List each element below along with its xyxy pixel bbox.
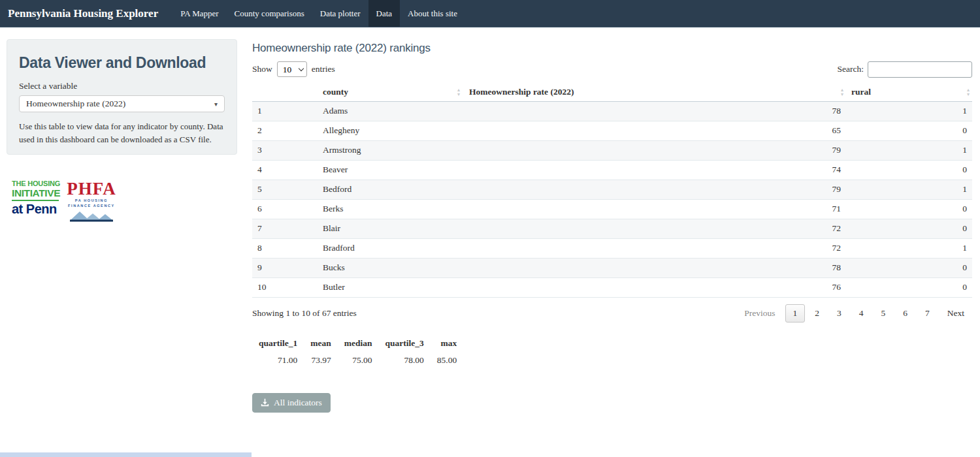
housing-initiative-logo: THE HOUSING INITIATIVE at Penn [12,180,60,215]
pagination: Previous 1234567 Next [734,304,972,323]
horizontal-scrollbar-thumb[interactable] [0,452,252,457]
nav-item-about-this-site[interactable]: About this site [400,0,465,27]
table-row: 6Berks710 [252,199,972,219]
cell-rank: 8 [252,238,318,258]
cell-rate: 78 [464,101,846,121]
sidebar-panel: Data Viewer and Download Select a variab… [7,39,237,155]
cell-county: Armstrong [318,140,464,160]
next-button[interactable]: Next [939,304,972,323]
cell-rank: 9 [252,258,318,277]
summary-header: quartile_3 [379,336,431,351]
summary-header: quartile_1 [252,336,304,351]
summary-header: mean [304,336,338,351]
table-row: 1Adams781 [252,101,972,121]
all-indicators-label: All indicators [274,398,322,408]
show-label: Show [252,64,272,74]
cell-rural: 0 [846,258,972,277]
cell-rank: 2 [252,121,318,140]
search-label: Search: [838,64,864,74]
county-column-header[interactable]: county ▴▾ [318,83,464,101]
thi-line3: at Penn [12,202,60,215]
cell-county: Beaver [318,160,464,180]
table-footer: Showing 1 to 10 of 67 entries Previous 1… [252,304,972,323]
cell-rank: 4 [252,160,318,180]
cell-county: Bradford [318,238,464,258]
phfa-acronym: PHFA [67,180,116,198]
cell-rural: 0 [846,160,972,180]
page-button-4[interactable]: 4 [851,304,872,323]
entries-select[interactable]: 10 [277,61,307,77]
cell-county: Bedford [318,180,464,199]
cell-rural: 1 [846,238,972,258]
table-row: 5Bedford791 [252,180,972,199]
app-title: Pennsylvania Housing Explorer [0,0,166,27]
cell-rate: 74 [464,160,846,180]
page-button-3[interactable]: 3 [829,304,849,323]
sort-icon: ▴▾ [967,87,970,97]
cell-rate: 76 [464,277,846,297]
table-row: 8Bradford721 [252,238,972,258]
table-row: 4Beaver740 [252,160,972,180]
cell-rank: 1 [252,101,318,121]
variable-select[interactable]: Homeownership rate (2022) ▾ [19,95,225,112]
cell-rate: 79 [464,140,846,160]
cell-rank: 3 [252,140,318,160]
summary-header: median [338,336,379,351]
page-button-6[interactable]: 6 [895,304,915,323]
main-content: Homeownership rate (2022) rankings Show … [252,39,972,413]
page-button-1[interactable]: 1 [785,304,806,323]
cell-rank: 7 [252,219,318,238]
cell-rural: 0 [846,121,972,140]
cell-rate: 65 [464,121,846,140]
variable-select-value: Homeownership rate (2022) [26,99,125,109]
cell-rank: 6 [252,199,318,219]
phfa-logo: PHFA PA HOUSING FINANCE AGENCY [67,180,116,224]
variable-select-label: Select a variable [19,81,225,91]
table-info: Showing 1 to 10 of 67 entries [252,308,357,319]
summary-header: max [431,336,463,351]
cell-county: Butler [318,277,464,297]
cell-rural: 0 [846,219,972,238]
cell-rate: 72 [464,238,846,258]
table-row: 7Blair720 [252,219,972,238]
search-control: Search: [838,61,972,78]
rate-column-header[interactable]: Homeownership rate (2022) ▴▾ [464,83,846,101]
previous-button[interactable]: Previous [736,304,783,323]
cell-county: Blair [318,219,464,238]
summary-value: 78.00 [379,351,431,370]
cell-rate: 79 [464,180,846,199]
rank-column-header [252,83,318,101]
table-body: 1Adams7812Allegheny6503Armstrong7914Beav… [252,101,972,297]
cell-rural: 1 [846,101,972,121]
county-column-label: county [323,87,348,97]
all-indicators-button[interactable]: All indicators [252,393,331,413]
nav-item-data[interactable]: Data [368,0,400,27]
length-control: Show 10 entries [252,61,335,77]
rate-column-label: Homeownership rate (2022) [469,87,574,97]
summary-header-row: quartile_1meanmedianquartile_3max [252,336,463,351]
cell-rural: 1 [846,180,972,199]
pagination-pages: 1234567 [783,304,938,323]
nav-item-data-plotter[interactable]: Data plotter [312,0,368,27]
cell-rural: 1 [846,140,972,160]
rural-column-header[interactable]: rural ▴▾ [846,83,972,101]
search-input[interactable] [868,61,972,78]
summary-stats-table: quartile_1meanmedianquartile_3max 71.007… [252,336,463,370]
sidebar-title: Data Viewer and Download [19,54,225,72]
table-row: 3Armstrong791 [252,140,972,160]
page-button-5[interactable]: 5 [874,304,894,323]
cell-rank: 10 [252,277,318,297]
download-icon [261,398,269,407]
cell-county: Bucks [318,258,464,277]
cell-rate: 72 [464,219,846,238]
nav-item-county-comparisons[interactable]: County comparisons [227,0,312,27]
phfa-sub1: PA HOUSING [67,199,116,203]
page-button-2[interactable]: 2 [807,304,827,323]
nav-item-pa-mapper[interactable]: PA Mapper [172,0,226,27]
thi-line2: INITIATIVE [12,188,60,198]
entries-label: entries [312,64,335,74]
summary-value-row: 71.0073.9775.0078.0085.00 [252,351,463,370]
summary-value: 71.00 [252,351,304,370]
thi-line1: THE HOUSING [12,180,60,187]
page-button-7[interactable]: 7 [917,304,938,323]
